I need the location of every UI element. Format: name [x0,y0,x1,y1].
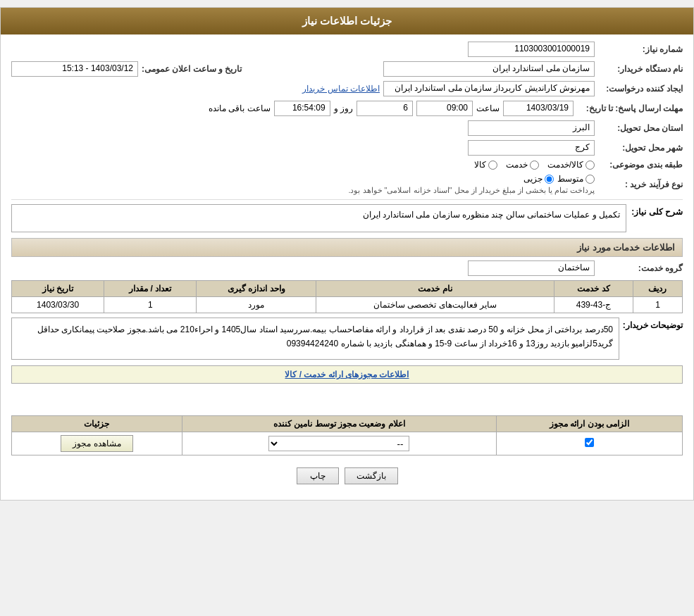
buyer-org-group: نام دستگاه خریدار: سازمان ملی استاندارد … [383,61,683,77]
deadline-days-label: روز و [334,103,353,113]
need-number-value: 1103003001000019 [468,42,595,57]
permits-table-row: --مشاهده مجوز [12,432,683,455]
service-group-label: گروه خدمت: [598,263,683,273]
process-full-text: پرداخت تمام یا بخشی از مبلغ خریدار از مح… [348,186,595,195]
services-section-header: اطلاعات خدمات مورد نیاز [11,238,683,257]
buyer-notes-label: توضیحات خریدار: [619,318,683,330]
col-service-name: نام خدمت [316,281,554,297]
need-number-label: شماره نیاز: [598,44,683,54]
services-table: ردیف کد خدمت نام خدمت واحد اندازه گیری ت… [11,280,683,313]
view-permit-button[interactable]: مشاهده مجوز [61,435,132,452]
buyer-org-label: نام دستگاه خریدار: [598,64,683,74]
need-desc-label: شرح کلی نیاز: [626,204,683,217]
category-khedmat-radio[interactable] [530,161,539,170]
process-jozi-radio[interactable] [545,175,554,184]
back-button[interactable]: بازگشت [345,467,398,484]
buyer-notes-value: 50درصد برداختی از محل خزانه و 50 درصد نق… [11,318,619,360]
category-khedmat-label: خدمت [506,160,528,170]
col-count: تعداد / مقدار [104,281,197,297]
deadline-remaining: 16:54:09 [274,101,330,116]
category-kala-khedmat-radio[interactable] [585,161,595,170]
process-jozi-item: جزیی [523,174,554,184]
creator-value: مهرنوش کاراندیش کاربرداز سازمان ملی استا… [383,81,595,96]
col-service-code: کد خدمت [554,281,633,297]
service-group-row: گروه خدمت: ساختمان [11,260,683,276]
city-row: شهر محل تحویل: کرج [11,140,683,156]
need-desc-row: شرح کلی نیاز: تکمیل و عملیات ساختمانی سا… [11,204,683,232]
col-date: تاریخ نیاز [12,281,104,297]
permit-status-dropdown[interactable]: -- [268,436,409,451]
category-row: طبقه بندی موضوعی: کالا/خدمت خدمت کالا [11,160,683,170]
deadline-remaining-label: ساعت باقی مانده [209,103,271,113]
announce-date-value: 1403/03/12 - 15:13 [11,61,138,77]
table-row: 1ج-43-439سایر فعالیت‌های تخصصی ساختمانمو… [12,297,683,313]
process-row: نوع فرآیند خرید : متوسط جزیی پرداخت تمام… [11,174,683,195]
province-value: البرز [468,120,595,136]
permits-link[interactable]: اطلاعات مجوزهای ارائه خدمت / کالا [11,365,683,384]
category-radio-group: کالا/خدمت خدمت کالا [474,160,595,170]
print-button[interactable]: چاپ [297,467,339,484]
category-kala-label: کالا [474,160,486,170]
category-kala-item: کالا [474,160,497,170]
contact-link[interactable]: اطلاعات تماس خریدار [302,84,380,94]
deadline-days: 6 [357,101,413,116]
deadline-row: مهلت ارسال پاسخ: تا تاریخ: 1403/03/19 سا… [11,101,683,116]
permits-col-status: اعلام وضعیت مجوز توسط نامین کننده [182,416,496,432]
need-desc-value: تکمیل و عملیات ساختمانی سالن چند منظوره … [11,204,626,232]
process-options-row: متوسط جزیی [348,174,595,184]
process-label: نوع فرآیند خرید : [598,180,683,189]
announce-date-group: تاریخ و ساعت اعلان عمومی: 1403/03/12 - 1… [11,61,242,77]
page-title: جزئیات اطلاعات نیاز [302,15,392,27]
main-content: شماره نیاز: 1103003001000019 نام دستگاه … [1,34,693,500]
buyer-notes-row: توضیحات خریدار: 50درصد برداختی از محل خز… [11,318,683,360]
process-group: متوسط جزیی پرداخت تمام یا بخشی از مبلغ خ… [348,174,595,195]
permits-col-required: الزامی بودن ارائه مجوز [496,416,682,432]
col-row: ردیف [633,281,682,297]
process-motavasset-label: متوسط [557,174,583,184]
category-kala-radio[interactable] [488,161,497,170]
deadline-time: 09:00 [416,101,473,116]
buyer-org-value: سازمان ملی استاندارد ایران [383,61,595,77]
permits-col-details: جزئیات [12,416,182,432]
process-motavasset-item: متوسط [557,174,595,184]
page-header: جزئیات اطلاعات نیاز [1,8,693,34]
process-motavasset-radio[interactable] [585,175,595,184]
creator-row: ایجاد کننده درخواست: مهرنوش کاراندیش کار… [11,81,683,96]
province-label: استان محل تحویل: [598,123,683,133]
page-container: جزئیات اطلاعات نیاز شماره نیاز: 11030030… [0,7,694,501]
category-label: طبقه بندی موضوعی: [598,160,683,170]
category-khedmat-item: خدمت [506,160,539,170]
province-row: استان محل تحویل: البرز [11,120,683,136]
permits-table: الزامی بودن ارائه مجوز اعلام وضعیت مجوز … [11,415,683,455]
spacer [11,387,683,415]
deadline-date: 1403/03/19 [503,101,574,116]
permit-required-checkbox[interactable] [585,438,594,447]
city-value: کرج [468,140,595,156]
creator-label: ایجاد کننده درخواست: [598,84,683,94]
deadline-time-label: ساعت [476,103,500,113]
city-label: شهر محل تحویل: [598,143,683,153]
process-jozi-label: جزیی [523,174,543,184]
announce-date-label: تاریخ و ساعت اعلان عمومی: [142,64,242,74]
category-kala-khedmat-label: کالا/خدمت [547,160,583,170]
announce-buyer-row: نام دستگاه خریدار: سازمان ملی استاندارد … [11,61,683,77]
category-kala-khedmat-item: کالا/خدمت [547,160,595,170]
need-number-row: شماره نیاز: 1103003001000019 [11,42,683,57]
service-group-value: ساختمان [468,260,595,276]
bottom-buttons: بازگشت چاپ [11,459,683,493]
deadline-label: مهلت ارسال پاسخ: تا تاریخ: [577,103,683,113]
col-unit: واحد اندازه گیری [197,281,316,297]
